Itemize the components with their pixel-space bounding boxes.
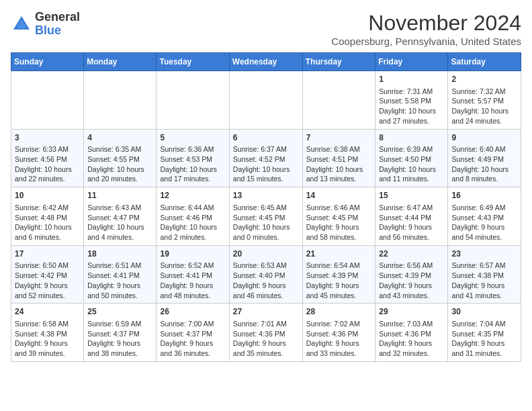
day-number: 5 <box>160 132 225 144</box>
day-header-monday: Monday <box>84 53 157 71</box>
cell-info: Sunrise: 6:38 AM Sunset: 4:51 PM Dayligh… <box>306 144 372 184</box>
day-number: 30 <box>451 306 517 318</box>
calendar-cell: 26Sunrise: 7:00 AM Sunset: 4:37 PM Dayli… <box>157 304 229 362</box>
calendar-header: SundayMondayTuesdayWednesdayThursdayFrid… <box>11 53 521 71</box>
cell-info: Sunrise: 6:43 AM Sunset: 4:47 PM Dayligh… <box>87 203 152 242</box>
day-number: 14 <box>306 190 372 201</box>
day-header-friday: Friday <box>375 53 448 71</box>
calendar-cell: 16Sunrise: 6:49 AM Sunset: 4:43 PM Dayli… <box>448 187 521 246</box>
cell-info: Sunrise: 6:49 AM Sunset: 4:43 PM Dayligh… <box>451 203 517 242</box>
calendar-cell: 5Sunrise: 6:36 AM Sunset: 4:53 PM Daylig… <box>157 129 229 187</box>
location: Coopersburg, Pennsylvania, United States <box>331 36 521 47</box>
cell-info: Sunrise: 7:03 AM Sunset: 4:36 PM Dayligh… <box>379 319 444 359</box>
cell-info: Sunrise: 6:35 AM Sunset: 4:55 PM Dayligh… <box>87 144 152 184</box>
day-number: 29 <box>379 306 444 318</box>
cell-info: Sunrise: 6:42 AM Sunset: 4:48 PM Dayligh… <box>15 203 80 242</box>
day-number: 16 <box>451 190 517 201</box>
day-number: 27 <box>233 306 299 318</box>
calendar-cell: 15Sunrise: 6:47 AM Sunset: 4:44 PM Dayli… <box>375 187 448 246</box>
calendar-cell: 20Sunrise: 6:53 AM Sunset: 4:40 PM Dayli… <box>229 245 302 304</box>
cell-info: Sunrise: 6:52 AM Sunset: 4:41 PM Dayligh… <box>160 261 225 300</box>
page-header: General Blue November 2024 Coopersburg, … <box>11 11 521 47</box>
calendar-table: SundayMondayTuesdayWednesdayThursdayFrid… <box>11 52 521 362</box>
calendar-cell: 24Sunrise: 6:58 AM Sunset: 4:38 PM Dayli… <box>11 304 84 362</box>
calendar-cell: 1Sunrise: 7:31 AM Sunset: 5:58 PM Daylig… <box>375 71 448 130</box>
calendar-cell: 25Sunrise: 6:59 AM Sunset: 4:37 PM Dayli… <box>84 304 157 362</box>
cell-info: Sunrise: 6:50 AM Sunset: 4:42 PM Dayligh… <box>15 261 80 300</box>
day-header-tuesday: Tuesday <box>157 53 229 71</box>
day-header-saturday: Saturday <box>448 53 521 71</box>
logo-general: General <box>35 11 80 24</box>
day-number: 24 <box>15 306 80 318</box>
calendar-cell: 23Sunrise: 6:57 AM Sunset: 4:38 PM Dayli… <box>448 245 521 304</box>
cell-info: Sunrise: 7:32 AM Sunset: 5:57 PM Dayligh… <box>451 87 517 126</box>
cell-info: Sunrise: 7:00 AM Sunset: 4:37 PM Dayligh… <box>160 319 225 359</box>
logo: General Blue <box>11 11 80 38</box>
calendar-cell <box>157 71 229 130</box>
cell-info: Sunrise: 7:02 AM Sunset: 4:36 PM Dayligh… <box>306 319 372 359</box>
calendar-cell <box>302 71 375 130</box>
calendar-cell: 21Sunrise: 6:54 AM Sunset: 4:39 PM Dayli… <box>302 245 375 304</box>
calendar-cell: 17Sunrise: 6:50 AM Sunset: 4:42 PM Dayli… <box>11 245 84 304</box>
cell-info: Sunrise: 6:39 AM Sunset: 4:50 PM Dayligh… <box>379 144 444 184</box>
calendar-cell: 13Sunrise: 6:45 AM Sunset: 4:45 PM Dayli… <box>229 187 302 246</box>
day-number: 6 <box>233 132 299 144</box>
cell-info: Sunrise: 6:56 AM Sunset: 4:39 PM Dayligh… <box>379 261 444 300</box>
cell-info: Sunrise: 6:37 AM Sunset: 4:52 PM Dayligh… <box>233 144 299 184</box>
cell-info: Sunrise: 7:04 AM Sunset: 4:35 PM Dayligh… <box>451 319 517 359</box>
calendar-cell: 7Sunrise: 6:38 AM Sunset: 4:51 PM Daylig… <box>302 129 375 187</box>
day-number: 9 <box>451 132 517 144</box>
day-header-wednesday: Wednesday <box>229 53 302 71</box>
day-number: 19 <box>160 248 225 260</box>
cell-info: Sunrise: 6:53 AM Sunset: 4:40 PM Dayligh… <box>233 261 299 300</box>
cell-info: Sunrise: 6:45 AM Sunset: 4:45 PM Dayligh… <box>233 203 299 242</box>
calendar-cell: 28Sunrise: 7:02 AM Sunset: 4:36 PM Dayli… <box>302 304 375 362</box>
logo-text: General Blue <box>35 11 80 38</box>
logo-blue: Blue <box>35 24 80 38</box>
calendar-week-0: 1Sunrise: 7:31 AM Sunset: 5:58 PM Daylig… <box>11 71 521 130</box>
day-number: 28 <box>306 306 372 318</box>
day-number: 2 <box>451 74 517 85</box>
day-number: 15 <box>379 190 444 201</box>
calendar-cell: 18Sunrise: 6:51 AM Sunset: 4:41 PM Dayli… <box>84 245 157 304</box>
calendar-cell: 11Sunrise: 6:43 AM Sunset: 4:47 PM Dayli… <box>84 187 157 246</box>
calendar-body: 1Sunrise: 7:31 AM Sunset: 5:58 PM Daylig… <box>11 71 521 362</box>
calendar-cell: 9Sunrise: 6:40 AM Sunset: 4:49 PM Daylig… <box>448 129 521 187</box>
day-number: 7 <box>306 132 372 144</box>
cell-info: Sunrise: 6:57 AM Sunset: 4:38 PM Dayligh… <box>451 261 517 300</box>
calendar-cell: 22Sunrise: 6:56 AM Sunset: 4:39 PM Dayli… <box>375 245 448 304</box>
cell-info: Sunrise: 7:31 AM Sunset: 5:58 PM Dayligh… <box>379 87 444 126</box>
day-number: 18 <box>87 248 152 260</box>
day-number: 23 <box>451 248 517 260</box>
calendar-week-3: 17Sunrise: 6:50 AM Sunset: 4:42 PM Dayli… <box>11 245 521 304</box>
calendar-cell: 12Sunrise: 6:44 AM Sunset: 4:46 PM Dayli… <box>157 187 229 246</box>
cell-info: Sunrise: 6:58 AM Sunset: 4:38 PM Dayligh… <box>15 319 80 359</box>
calendar-cell: 3Sunrise: 6:33 AM Sunset: 4:56 PM Daylig… <box>11 129 84 187</box>
title-block: November 2024 Coopersburg, Pennsylvania,… <box>331 11 521 47</box>
calendar-cell: 4Sunrise: 6:35 AM Sunset: 4:55 PM Daylig… <box>84 129 157 187</box>
calendar-week-2: 10Sunrise: 6:42 AM Sunset: 4:48 PM Dayli… <box>11 187 521 246</box>
calendar-cell: 19Sunrise: 6:52 AM Sunset: 4:41 PM Dayli… <box>157 245 229 304</box>
day-header-sunday: Sunday <box>11 53 84 71</box>
calendar-cell: 29Sunrise: 7:03 AM Sunset: 4:36 PM Dayli… <box>375 304 448 362</box>
cell-info: Sunrise: 6:46 AM Sunset: 4:45 PM Dayligh… <box>306 203 372 242</box>
day-number: 20 <box>233 248 299 260</box>
day-number: 25 <box>87 306 152 318</box>
calendar-week-4: 24Sunrise: 6:58 AM Sunset: 4:38 PM Dayli… <box>11 304 521 362</box>
calendar-cell: 30Sunrise: 7:04 AM Sunset: 4:35 PM Dayli… <box>448 304 521 362</box>
day-number: 21 <box>306 248 372 260</box>
day-number: 26 <box>160 306 225 318</box>
cell-info: Sunrise: 6:59 AM Sunset: 4:37 PM Dayligh… <box>87 319 152 359</box>
calendar-cell <box>229 71 302 130</box>
calendar-cell <box>11 71 84 130</box>
calendar-cell: 6Sunrise: 6:37 AM Sunset: 4:52 PM Daylig… <box>229 129 302 187</box>
day-header-thursday: Thursday <box>302 53 375 71</box>
calendar-cell: 10Sunrise: 6:42 AM Sunset: 4:48 PM Dayli… <box>11 187 84 246</box>
cell-info: Sunrise: 6:44 AM Sunset: 4:46 PM Dayligh… <box>160 203 225 242</box>
cell-info: Sunrise: 6:33 AM Sunset: 4:56 PM Dayligh… <box>15 144 80 184</box>
cell-info: Sunrise: 6:54 AM Sunset: 4:39 PM Dayligh… <box>306 261 372 300</box>
day-number: 4 <box>87 132 152 144</box>
cell-info: Sunrise: 6:47 AM Sunset: 4:44 PM Dayligh… <box>379 203 444 242</box>
day-number: 3 <box>15 132 80 144</box>
calendar-cell: 14Sunrise: 6:46 AM Sunset: 4:45 PM Dayli… <box>302 187 375 246</box>
